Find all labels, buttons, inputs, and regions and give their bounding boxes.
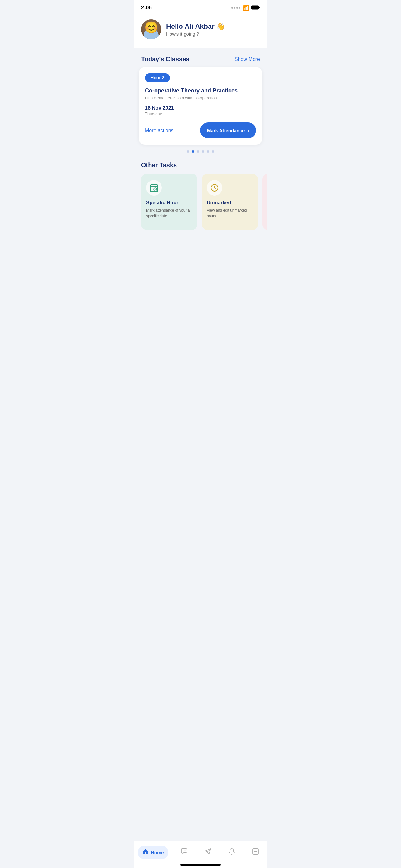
battery-icon	[251, 5, 260, 11]
dot-3[interactable]	[197, 150, 199, 153]
tasks-scroll: Specific Hour Mark attendance of your a …	[134, 174, 267, 238]
todays-classes-header: Today's Classes Show More	[134, 48, 267, 67]
signal-icon	[231, 7, 240, 9]
class-name: Co-operative Theory and Practices	[145, 87, 256, 94]
dot-5[interactable]	[207, 150, 209, 153]
specific-hour-icon	[146, 180, 162, 195]
class-date: 18 Nov 2021	[145, 105, 256, 111]
other-tasks-title: Other Tasks	[134, 158, 267, 174]
specific-hour-title: Specific Hour	[146, 200, 192, 206]
class-subtitle: Fifth Semester-BCom with Co-operation	[145, 96, 256, 100]
todays-classes-title: Today's Classes	[141, 56, 189, 63]
card-actions: More actions Mark Attendance	[145, 122, 256, 138]
svg-rect-1	[252, 6, 258, 9]
task-card-unmarked[interactable]: Unmarked View and edit unmarked hours	[202, 174, 258, 230]
avatar-image	[141, 19, 161, 39]
svg-rect-2	[259, 6, 260, 8]
greeting-name: Hello Ali Akbar 👋	[166, 23, 225, 31]
task-card-adjust[interactable]: Adju Mark your a	[262, 174, 267, 230]
greeting-text: Hello Ali Akbar 👋 How's it going ?	[166, 23, 225, 36]
task-card-specific-hour[interactable]: Specific Hour Mark attendance of your a …	[141, 174, 197, 230]
class-card: Hour 2 Co-operative Theory and Practices…	[139, 67, 262, 145]
mark-attendance-button[interactable]: Mark Attendance	[200, 122, 256, 138]
pagination-dots	[134, 145, 267, 155]
status-time: 2:06	[141, 5, 152, 11]
dot-6[interactable]	[212, 150, 214, 153]
wifi-icon: 📶	[242, 4, 249, 11]
hour-badge: Hour 2	[145, 73, 170, 82]
class-day: Thursday	[145, 112, 256, 116]
greeting-section: Hello Ali Akbar 👋 How's it going ?	[134, 14, 267, 48]
dot-1[interactable]	[187, 150, 189, 153]
unmarked-title: Unmarked	[207, 200, 253, 206]
other-tasks-section: Other Tasks Specific Hour Mark attendanc…	[134, 155, 267, 238]
dot-2[interactable]	[192, 150, 194, 153]
greeting-subtitle: How's it going ?	[166, 31, 225, 36]
status-icons: 📶	[231, 4, 260, 11]
more-actions-button[interactable]: More actions	[145, 128, 174, 133]
avatar	[141, 19, 161, 39]
specific-hour-desc: Mark attendance of your a specific date	[146, 208, 192, 219]
status-bar: 2:06 📶	[134, 0, 267, 14]
class-card-wrapper: Hour 2 Co-operative Theory and Practices…	[134, 67, 267, 145]
dot-4[interactable]	[202, 150, 204, 153]
unmarked-desc: View and edit unmarked hours	[207, 208, 253, 219]
unmarked-icon	[207, 180, 222, 195]
main-content: Today's Classes Show More Hour 2 Co-oper…	[134, 48, 267, 269]
show-more-button[interactable]: Show More	[235, 57, 260, 62]
